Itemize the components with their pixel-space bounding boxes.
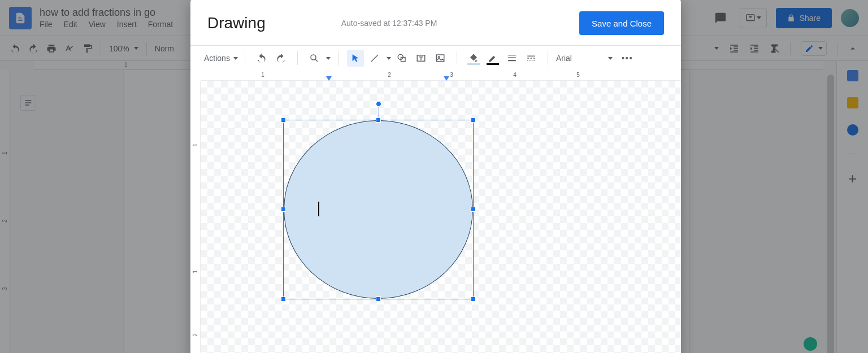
ruler-label: 4 <box>513 72 517 78</box>
svg-rect-5 <box>436 55 444 62</box>
svg-rect-12 <box>530 58 532 59</box>
redo-icon[interactable] <box>272 50 289 67</box>
canvas-horizontal-ruler[interactable]: 1 2 3 4 5 <box>201 71 681 81</box>
more-options-icon[interactable]: ••• <box>618 54 637 63</box>
svg-rect-10 <box>527 56 535 57</box>
fill-color-icon[interactable] <box>465 50 482 67</box>
separator <box>297 51 298 65</box>
separator <box>338 51 339 65</box>
image-tool-icon[interactable] <box>432 50 449 67</box>
resize-handle-tl[interactable] <box>281 117 286 123</box>
ruler-label: 2 <box>388 72 391 78</box>
actions-label: Actions <box>204 54 230 63</box>
svg-rect-9 <box>508 60 516 61</box>
svg-rect-8 <box>508 58 516 59</box>
ruler-label: 1 <box>261 72 264 78</box>
ruler-label: 2 <box>192 333 198 337</box>
indent-marker-left[interactable] <box>326 76 332 81</box>
resize-handle-t[interactable] <box>376 117 381 123</box>
drawing-canvas[interactable] <box>201 81 681 353</box>
rotation-handle[interactable] <box>376 101 381 107</box>
select-tool-icon[interactable] <box>347 50 364 67</box>
ruler-label: 3 <box>450 72 453 78</box>
chevron-down-icon <box>233 57 238 60</box>
drawing-dialog: Drawing Auto-saved at 12:37:43 PM Save a… <box>190 0 681 353</box>
resize-handle-bl[interactable] <box>281 297 286 302</box>
resize-handle-tr[interactable] <box>471 117 476 123</box>
separator <box>245 51 245 65</box>
svg-rect-15 <box>530 60 531 61</box>
chevron-down-icon[interactable] <box>387 57 391 60</box>
svg-rect-7 <box>508 55 516 56</box>
chevron-down-icon[interactable] <box>326 57 331 60</box>
save-and-close-button[interactable]: Save and Close <box>579 11 664 35</box>
border-weight-icon[interactable] <box>504 50 520 67</box>
selection-box[interactable] <box>283 120 474 299</box>
autosave-status: Auto-saved at 12:37:43 PM <box>341 19 437 28</box>
svg-rect-13 <box>533 58 535 59</box>
svg-rect-14 <box>527 60 528 61</box>
canvas-vertical-ruler[interactable]: 1 1 2 <box>190 81 201 353</box>
resize-handle-r[interactable] <box>471 207 476 212</box>
svg-rect-17 <box>533 60 535 61</box>
chevron-down-icon <box>608 57 613 60</box>
border-color-icon[interactable] <box>484 50 501 67</box>
textbox-tool-icon[interactable] <box>413 50 429 67</box>
font-select[interactable]: Arial <box>553 54 616 63</box>
drawing-toolbar: Actions Arial <box>190 46 681 71</box>
svg-point-1 <box>311 55 316 60</box>
shape-tool-icon[interactable] <box>393 50 410 67</box>
separator <box>457 51 457 65</box>
separator <box>548 51 548 65</box>
border-dash-icon[interactable] <box>523 50 540 67</box>
undo-icon[interactable] <box>253 50 270 67</box>
dialog-title: Drawing <box>207 14 266 32</box>
ruler-label: 5 <box>576 72 580 78</box>
resize-handle-l[interactable] <box>281 207 286 212</box>
dialog-header: Drawing Auto-saved at 12:37:43 PM Save a… <box>190 0 681 45</box>
drawing-canvas-wrap: 1 2 3 4 5 1 1 2 <box>190 71 681 353</box>
indent-marker-right[interactable] <box>444 76 449 81</box>
resize-handle-b[interactable] <box>376 297 381 302</box>
ruler-label: 1 <box>192 143 198 147</box>
ruler-label: 1 <box>192 270 198 273</box>
zoom-icon[interactable] <box>306 50 323 67</box>
actions-menu[interactable]: Actions <box>202 54 240 63</box>
svg-rect-16 <box>532 60 533 61</box>
svg-rect-11 <box>527 58 529 59</box>
font-name: Arial <box>556 54 572 63</box>
resize-handle-br[interactable] <box>471 297 476 302</box>
text-cursor <box>318 202 319 216</box>
line-tool-icon[interactable] <box>366 50 383 67</box>
